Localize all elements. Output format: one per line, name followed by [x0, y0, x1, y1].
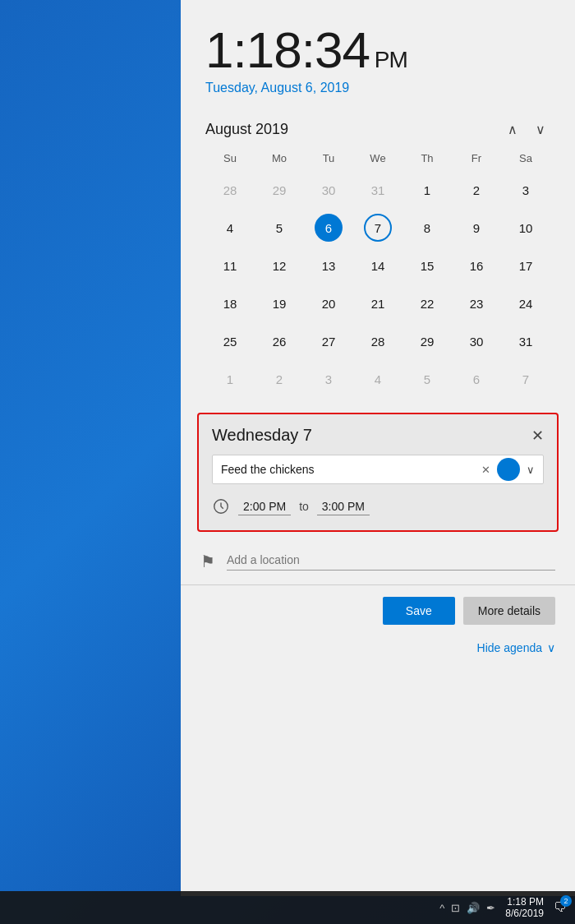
calendar-section: August 2019 ∧ ∨ Su Mo Tu We Th Fr Sa 282… [181, 112, 575, 406]
more-details-button[interactable]: More details [463, 597, 555, 625]
clock-ampm: PM [375, 47, 407, 72]
hide-agenda-label: Hide agenda [477, 641, 542, 654]
calendar-day-cell[interactable]: 3 [501, 171, 550, 209]
taskbar-date-small: 8/6/2019 [505, 908, 544, 919]
calendar-next-button[interactable]: ∨ [531, 120, 550, 139]
event-title-input[interactable] [218, 455, 478, 483]
calendar-day-cell[interactable]: 15 [402, 247, 452, 284]
calendar-nav: ∧ ∨ [503, 120, 550, 139]
calendar-day-cell[interactable]: 21 [353, 284, 402, 322]
calendar-day-cell[interactable]: 7 [501, 360, 550, 398]
taskbar: ^ ⊡ 🔊 ✒ 1:18 PM 8/6/2019 🗨 2 [0, 891, 575, 924]
event-panel-header: Wednesday 7 ✕ [212, 426, 544, 445]
calendar-day-cell[interactable]: 7 [353, 209, 402, 247]
event-clear-button[interactable]: ✕ [478, 460, 494, 479]
calendar-day-cell[interactable]: 9 [452, 209, 501, 247]
clock-display: 1:18:34PM [205, 25, 550, 76]
calendar-day-cell[interactable]: 30 [452, 322, 501, 360]
calendar-day-cell[interactable]: 8 [402, 209, 452, 247]
calendar-day-cell[interactable]: 3 [304, 360, 353, 398]
event-start-time[interactable]: 2:00 PM [238, 498, 291, 515]
calendar-day-cell[interactable]: 10 [501, 209, 550, 247]
calendar-day-cell[interactable]: 2 [255, 360, 304, 398]
calendar-day-cell[interactable]: 31 [501, 322, 550, 360]
calendar-week-row: 18192021222324 [205, 284, 550, 322]
location-input[interactable] [227, 553, 555, 571]
weekday-fr: Fr [452, 149, 501, 171]
weekday-su: Su [205, 149, 255, 171]
calendar-day-cell[interactable]: 31 [353, 171, 402, 209]
calendar-table: Su Mo Tu We Th Fr Sa 2829303112345678910… [205, 149, 550, 398]
calendar-day-cell[interactable]: 5 [255, 209, 304, 247]
calendar-day-cell[interactable]: 19 [255, 284, 304, 322]
calendar-day-cell[interactable]: 26 [255, 322, 304, 360]
notification-badge: 2 [560, 895, 572, 907]
event-time-row: 2:00 PM to 3:00 PM [212, 494, 544, 519]
calendar-day-cell[interactable]: 30 [304, 171, 353, 209]
weekday-sa: Sa [501, 149, 550, 171]
calendar-day-cell[interactable]: 12 [255, 247, 304, 284]
save-button[interactable]: Save [383, 597, 455, 625]
clock-date: Tuesday, August 6, 2019 [205, 81, 550, 95]
calendar-week-row: 28293031123 [205, 171, 550, 209]
taskbar-clock[interactable]: 1:18 PM 8/6/2019 [505, 896, 544, 919]
calendar-day-cell[interactable]: 28 [353, 322, 402, 360]
location-section: ⚑ [181, 538, 575, 585]
calendar-day-cell[interactable]: 25 [205, 322, 255, 360]
event-close-button[interactable]: ✕ [531, 428, 544, 443]
weekday-mo: Mo [255, 149, 304, 171]
hide-agenda-row: Hide agenda ∨ [181, 636, 575, 664]
calendar-month-title: August 2019 [205, 121, 288, 138]
calendar-day-cell[interactable]: 27 [304, 322, 353, 360]
calendar-day-cell[interactable]: 4 [205, 209, 255, 247]
calendar-day-cell[interactable]: 5 [402, 360, 452, 398]
calendar-day-cell[interactable]: 4 [353, 360, 402, 398]
taskbar-notification-button[interactable]: 🗨 2 [554, 900, 567, 915]
calendar-day-cell[interactable]: 6 [304, 209, 353, 247]
calendar-weekday-row: Su Mo Tu We Th Fr Sa [205, 149, 550, 171]
event-color-button[interactable] [497, 458, 520, 481]
event-end-time[interactable]: 3:00 PM [317, 498, 370, 515]
calendar-day-cell[interactable]: 18 [205, 284, 255, 322]
calendar-day-cell[interactable]: 22 [402, 284, 452, 322]
calendar-day-cell[interactable]: 17 [501, 247, 550, 284]
calendar-week-row: 45678910 [205, 209, 550, 247]
calendar-day-cell[interactable]: 11 [205, 247, 255, 284]
taskbar-monitor-icon[interactable]: ⊡ [451, 902, 460, 914]
calendar-day-cell[interactable]: 2 [452, 171, 501, 209]
hide-agenda-button[interactable]: Hide agenda ∨ [477, 641, 555, 654]
calendar-day-cell[interactable]: 20 [304, 284, 353, 322]
event-day-title: Wednesday 7 [212, 426, 312, 445]
flyout-panel: 1:18:34PM Tuesday, August 6, 2019 August… [181, 0, 575, 896]
calendar-week-row: 25262728293031 [205, 322, 550, 360]
taskbar-pen-icon[interactable]: ✒ [486, 902, 495, 914]
event-dropdown-button[interactable]: ∨ [523, 460, 538, 479]
location-icon: ⚑ [200, 552, 215, 571]
event-title-row: ✕ ∨ [212, 455, 544, 484]
calendar-day-cell[interactable]: 29 [255, 171, 304, 209]
taskbar-volume-icon[interactable]: 🔊 [467, 902, 480, 914]
calendar-day-cell[interactable]: 1 [205, 360, 255, 398]
clock-section: 1:18:34PM Tuesday, August 6, 2019 [181, 0, 575, 112]
calendar-day-cell[interactable]: 16 [452, 247, 501, 284]
calendar-day-cell[interactable]: 28 [205, 171, 255, 209]
calendar-day-cell[interactable]: 24 [501, 284, 550, 322]
calendar-day-cell[interactable]: 14 [353, 247, 402, 284]
calendar-week-row: 11121314151617 [205, 247, 550, 284]
taskbar-icons: ^ ⊡ 🔊 ✒ [439, 902, 495, 914]
calendar-day-cell[interactable]: 6 [452, 360, 501, 398]
taskbar-chevron-icon[interactable]: ^ [439, 902, 444, 914]
taskbar-time: 1:18 PM [507, 896, 544, 908]
calendar-day-cell[interactable]: 29 [402, 322, 452, 360]
weekday-tu: Tu [304, 149, 353, 171]
calendar-day-cell[interactable]: 23 [452, 284, 501, 322]
save-section: Save More details [181, 585, 575, 636]
event-time-separator: to [299, 500, 309, 513]
calendar-header: August 2019 ∧ ∨ [205, 120, 550, 139]
chevron-down-icon: ∨ [547, 641, 555, 654]
clock-time-value: 1:18:34 [205, 21, 370, 78]
weekday-th: Th [402, 149, 452, 171]
calendar-prev-button[interactable]: ∧ [503, 120, 522, 139]
calendar-day-cell[interactable]: 13 [304, 247, 353, 284]
calendar-day-cell[interactable]: 1 [402, 171, 452, 209]
